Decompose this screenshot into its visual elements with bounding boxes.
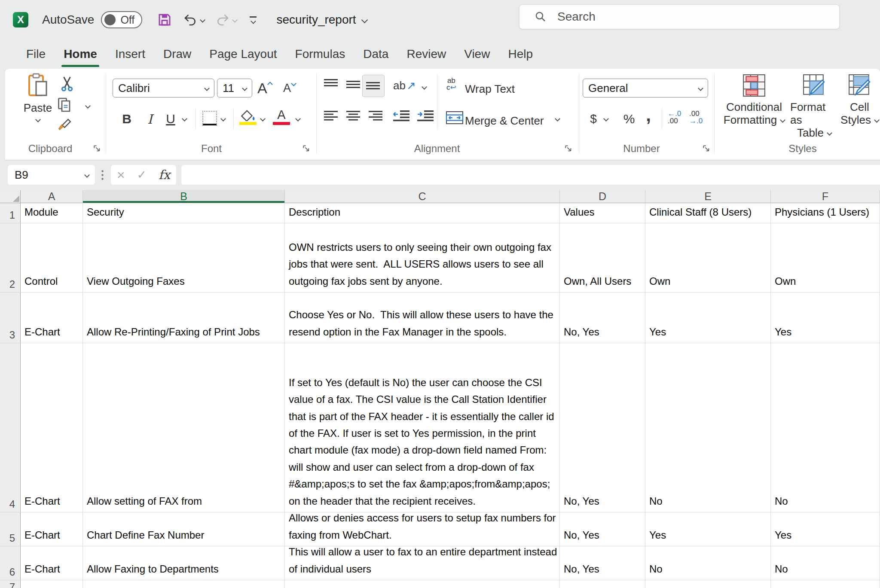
cell[interactable]: E-Chart — [21, 512, 83, 546]
cell[interactable]: No — [771, 343, 880, 512]
cell[interactable] — [645, 580, 771, 588]
copy-dropdown-icon[interactable] — [85, 103, 91, 109]
row-number[interactable]: 7 — [0, 580, 21, 588]
formula-bar-grip-icon[interactable] — [101, 169, 104, 180]
cell[interactable]: E-Chart — [21, 546, 83, 580]
cell[interactable]: Security — [83, 203, 285, 223]
cell[interactable]: Allow Faxing to Departments — [83, 546, 285, 580]
font-color-dropdown-icon[interactable] — [295, 116, 301, 122]
tab-formulas[interactable]: Formulas — [286, 40, 354, 69]
column-header-f[interactable]: F — [771, 190, 880, 203]
column-header-b[interactable]: B — [83, 190, 285, 203]
italic-button[interactable]: I — [142, 110, 158, 128]
cell[interactable]: Allow Re-Printing/Faxing of Print Jobs — [83, 292, 285, 343]
tab-page-layout[interactable]: Page Layout — [200, 40, 286, 69]
format-painter-button[interactable] — [57, 117, 73, 132]
redo-button[interactable] — [216, 13, 237, 27]
font-name-combo[interactable]: Calibri — [113, 79, 214, 97]
borders-button[interactable] — [202, 111, 217, 125]
cell[interactable] — [560, 580, 645, 588]
cell[interactable]: No, Yes — [560, 343, 645, 512]
alignment-dialog-launcher[interactable] — [565, 145, 572, 154]
autosave-toggle[interactable]: Off — [101, 11, 142, 28]
tab-help[interactable]: Help — [499, 40, 542, 69]
cancel-icon[interactable]: × — [117, 168, 125, 182]
cell[interactable] — [285, 580, 560, 588]
cell[interactable]: E-Chart — [21, 292, 83, 343]
cell[interactable]: No, Yes — [560, 546, 645, 580]
decrease-decimal-button[interactable]: .00 →.0 — [689, 110, 703, 125]
cell[interactable] — [21, 580, 83, 588]
clipboard-dialog-launcher[interactable] — [94, 145, 101, 154]
increase-indent-button[interactable] — [416, 110, 434, 122]
tab-data[interactable]: Data — [354, 40, 397, 69]
column-header-e[interactable]: E — [645, 190, 771, 203]
cell[interactable]: Yes — [771, 512, 880, 546]
fill-color-dropdown-icon[interactable] — [260, 116, 266, 122]
format-as-table-button[interactable]: Format as Table — [790, 74, 838, 139]
currency-button[interactable]: $ — [587, 110, 600, 128]
cell[interactable]: Values — [560, 203, 645, 223]
cell[interactable]: No — [771, 546, 880, 580]
row-number[interactable]: 5 — [0, 512, 21, 546]
decrease-indent-button[interactable] — [392, 110, 410, 122]
tab-home[interactable]: Home — [55, 40, 106, 69]
enter-icon[interactable]: ✓ — [137, 168, 147, 182]
tab-insert[interactable]: Insert — [106, 40, 154, 69]
cell-styles-button[interactable]: Cell Styles — [839, 74, 880, 126]
tab-draw[interactable]: Draw — [154, 40, 200, 69]
number-dialog-launcher[interactable] — [703, 145, 710, 154]
font-dialog-launcher[interactable] — [303, 145, 310, 154]
cell[interactable] — [83, 580, 285, 588]
formula-input[interactable] — [181, 165, 880, 185]
cell[interactable]: Module — [21, 203, 83, 223]
align-middle-button[interactable] — [346, 78, 361, 90]
bold-button[interactable]: B — [119, 110, 134, 128]
merge-center-label[interactable]: Merge & Center — [465, 114, 544, 128]
cell[interactable]: Choose Yes or No. This will allow these … — [285, 292, 560, 343]
cell[interactable]: No, Yes — [560, 512, 645, 546]
column-header-a[interactable]: A — [21, 190, 83, 203]
merge-center-dropdown-icon[interactable] — [555, 116, 560, 122]
row-number[interactable]: 4 — [0, 343, 21, 512]
select-all-corner[interactable] — [0, 190, 21, 203]
cell[interactable]: View Outgoing Faxes — [83, 223, 285, 292]
tab-file[interactable]: File — [17, 40, 55, 69]
fill-color-button[interactable] — [239, 109, 257, 125]
cell[interactable]: This will allow a user to fax to an enti… — [285, 546, 560, 580]
name-box-dropdown-icon[interactable] — [84, 172, 90, 178]
cell[interactable] — [771, 580, 880, 588]
cell[interactable]: No — [645, 546, 771, 580]
shrink-font-button[interactable]: A — [283, 82, 296, 95]
tab-review[interactable]: Review — [397, 40, 455, 69]
save-button[interactable] — [157, 12, 172, 27]
cell[interactable]: Chart Define Fax Number — [83, 512, 285, 546]
column-header-d[interactable]: D — [560, 190, 645, 203]
cell[interactable]: Yes — [645, 292, 771, 343]
comma-style-button[interactable]: , — [643, 106, 654, 125]
number-format-combo[interactable]: General — [583, 79, 708, 97]
cell[interactable]: No, Yes — [560, 292, 645, 343]
document-title[interactable]: security_report — [276, 13, 356, 27]
cell[interactable]: Description — [285, 203, 560, 223]
tab-view[interactable]: View — [455, 40, 499, 69]
cut-button[interactable] — [59, 76, 75, 92]
align-top-button[interactable] — [324, 78, 338, 90]
undo-dropdown-icon[interactable] — [200, 17, 206, 23]
increase-decimal-button[interactable]: ←.0 .00 — [668, 110, 681, 125]
font-color-button[interactable]: A — [273, 108, 290, 125]
cell[interactable]: Allows or denies access for users to set… — [285, 512, 560, 546]
cell[interactable]: Yes — [645, 512, 771, 546]
align-left-button[interactable] — [324, 110, 338, 122]
wrap-text-label[interactable]: Wrap Text — [465, 82, 515, 96]
conditional-formatting-button[interactable]: Conditional Formatting — [718, 74, 790, 126]
cell[interactable]: Own — [771, 223, 880, 292]
align-bottom-button[interactable] — [366, 78, 380, 90]
undo-button[interactable] — [183, 13, 205, 27]
underline-button[interactable]: U — [163, 110, 178, 128]
cell[interactable]: Own, All Users — [560, 223, 645, 292]
cell[interactable]: E-Chart — [21, 343, 83, 512]
cell[interactable]: Control — [21, 223, 83, 292]
cell[interactable]: Allow setting of FAX from — [83, 343, 285, 512]
search-box[interactable]: Search — [519, 4, 840, 29]
